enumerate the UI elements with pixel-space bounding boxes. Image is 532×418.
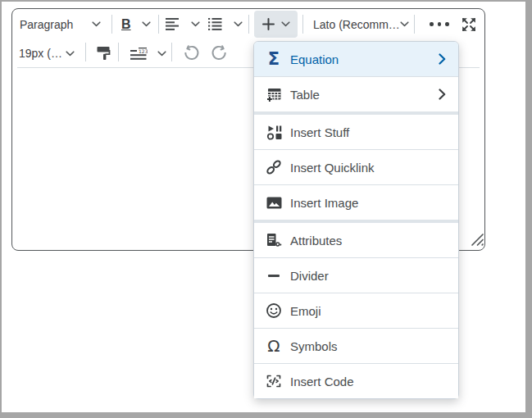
menu-item-label: Table xyxy=(290,88,439,102)
resize-handle[interactable] xyxy=(470,232,486,248)
chevron-right-icon xyxy=(439,53,446,65)
table-icon xyxy=(265,87,283,102)
chevron-down-icon xyxy=(92,21,101,27)
insert-dropdown[interactable] xyxy=(254,11,298,38)
plus-icon xyxy=(262,18,275,30)
menu-item-attributes[interactable]: Attributes xyxy=(254,223,458,257)
chevron-right-icon xyxy=(439,89,446,100)
chevron-down-icon xyxy=(66,51,75,57)
toolbar-separator xyxy=(85,43,86,61)
paragraph-format-dropdown[interactable]: Paragraph xyxy=(15,11,107,38)
font-size-dropdown[interactable]: 19px (… xyxy=(16,41,80,66)
divider-icon xyxy=(265,275,283,277)
quicklink-icon xyxy=(265,159,283,175)
omega-icon: Ω xyxy=(265,338,283,354)
menu-item-emoji[interactable]: Emoji xyxy=(254,293,458,328)
redo-icon xyxy=(211,45,229,61)
bullet-list-icon xyxy=(208,18,222,30)
chevron-down-icon xyxy=(400,21,409,27)
insert-code-icon xyxy=(265,373,283,389)
insert-menu: Σ Equation Table xyxy=(253,41,459,399)
chevron-down-icon xyxy=(142,21,151,27)
menu-item-table[interactable]: Table xyxy=(254,77,458,111)
menu-item-label: Divider xyxy=(290,269,458,283)
fullscreen-icon xyxy=(461,16,477,33)
menu-item-label: Symbols xyxy=(290,339,458,353)
toolbar-separator xyxy=(414,15,415,34)
menu-item-label: Attributes xyxy=(290,234,458,248)
menu-item-label: Insert Code xyxy=(290,375,458,388)
menu-item-insert-image[interactable]: Insert Image xyxy=(254,185,458,220)
format-painter-icon xyxy=(97,46,111,61)
redo-button[interactable] xyxy=(207,41,233,66)
ellipsis-icon xyxy=(430,22,448,25)
svg-text:123: 123 xyxy=(139,48,148,54)
more-actions-button[interactable] xyxy=(423,11,456,38)
toolbar-separator xyxy=(171,43,172,61)
list-dropdown[interactable] xyxy=(208,11,243,38)
attributes-icon xyxy=(265,233,283,248)
line-numbering-dropdown[interactable]: 123 xyxy=(128,41,169,66)
fullscreen-button[interactable] xyxy=(456,11,482,38)
toolbar-separator xyxy=(111,15,112,34)
toolbar-separator xyxy=(248,15,249,34)
chevron-down-icon xyxy=(234,21,243,27)
toolbar-separator xyxy=(302,15,303,34)
line-numbering-icon: 123 xyxy=(130,48,148,60)
chevron-down-icon xyxy=(191,21,200,27)
insert-stuff-icon xyxy=(265,125,283,140)
bold-dropdown[interactable]: B xyxy=(116,11,156,38)
font-family-dropdown[interactable]: Lato (Recomm… xyxy=(307,11,410,38)
menu-item-insert-quicklink[interactable]: Insert Quicklink xyxy=(254,150,458,184)
sigma-icon: Σ xyxy=(265,51,283,68)
toolbar-separator xyxy=(118,43,119,61)
paragraph-format-label: Paragraph xyxy=(20,18,73,31)
font-size-label: 19px (… xyxy=(19,47,62,60)
align-left-icon xyxy=(166,18,180,30)
image-icon xyxy=(265,196,283,210)
undo-icon xyxy=(182,45,200,61)
alignment-dropdown[interactable] xyxy=(166,11,200,38)
bold-icon: B xyxy=(121,17,131,32)
menu-item-insert-code[interactable]: Insert Code xyxy=(254,364,458,398)
menu-item-label: Insert Image xyxy=(290,196,458,210)
toolbar-row-1: Paragraph B xyxy=(13,10,484,39)
menu-item-equation[interactable]: Σ Equation xyxy=(254,42,458,76)
menu-item-label: Emoji xyxy=(290,304,458,318)
font-family-label: Lato (Recomm… xyxy=(313,18,400,31)
chevron-down-icon xyxy=(157,51,166,57)
menu-item-symbols[interactable]: Ω Symbols xyxy=(254,329,458,363)
menu-item-label: Insert Stuff xyxy=(290,125,458,139)
toolbar-separator xyxy=(158,15,159,34)
menu-item-label: Insert Quicklink xyxy=(290,161,458,175)
chevron-down-icon xyxy=(281,21,290,27)
format-painter-button[interactable] xyxy=(93,41,116,66)
emoji-icon xyxy=(265,302,283,319)
undo-button[interactable] xyxy=(178,41,204,66)
menu-item-insert-stuff[interactable]: Insert Stuff xyxy=(254,115,458,149)
menu-item-label: Equation xyxy=(290,52,439,66)
menu-item-divider[interactable]: Divider xyxy=(254,258,458,293)
window-frame: Paragraph B xyxy=(0,0,532,418)
